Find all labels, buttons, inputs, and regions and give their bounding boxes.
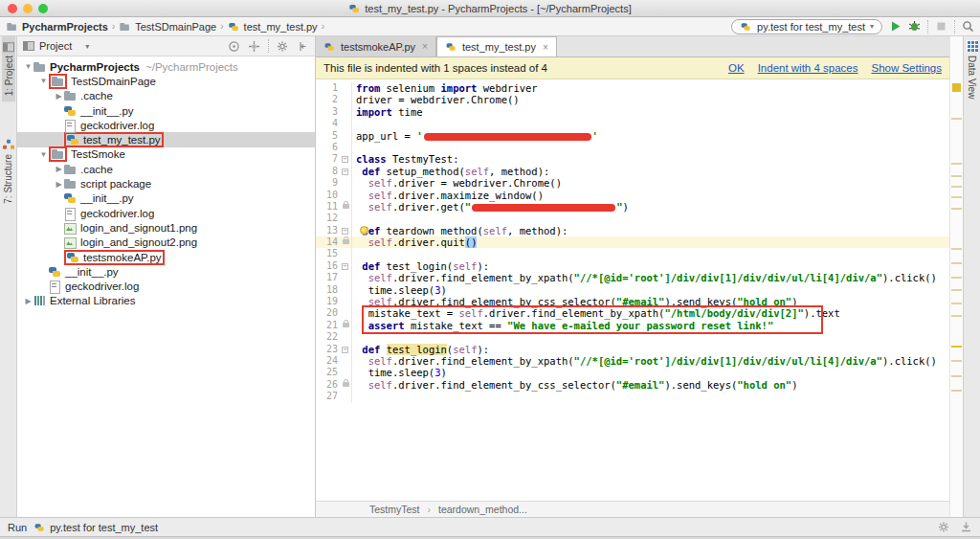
expand-arrow-icon[interactable]: ▶ [54, 165, 64, 173]
banner-action-show-settings[interactable]: Show Settings [871, 62, 942, 74]
code-fold-icon[interactable]: − [342, 347, 348, 353]
run-tool-window-header[interactable]: Run py.test for test_my_test [0, 517, 980, 536]
banner-action-indent-with-4-spaces[interactable]: Indent with 4 spaces [758, 62, 858, 74]
expand-arrow-icon[interactable]: ▶ [54, 180, 64, 189]
tree-item--cache[interactable]: ▶.cache [17, 89, 315, 103]
code-line-15[interactable]: 15 [316, 248, 949, 259]
search-everywhere-button[interactable] [962, 20, 974, 33]
tree-item-pycharmprojects[interactable]: ▼PycharmProjects~/PycharmProjects [17, 59, 315, 74]
close-tab-icon[interactable]: × [543, 42, 548, 53]
editor-tab-test-my-test-py[interactable]: test_my_test.py× [436, 36, 557, 56]
code-fold-icon[interactable]: − [342, 228, 348, 235]
code-line-25[interactable]: 25 time.sleep(3) [316, 367, 949, 378]
code-fold-icon[interactable]: − [342, 263, 348, 270]
settings-gear-icon[interactable] [938, 521, 950, 533]
tree-item-geckodriver-log[interactable]: geckodriver.log [17, 118, 315, 132]
breadcrumb-item[interactable]: test_my_test.py [228, 21, 318, 33]
error-stripe[interactable] [949, 36, 963, 517]
tree-item---init---py[interactable]: __init__.py [17, 191, 315, 206]
editor-breadcrumb-item[interactable]: teardown_method... [438, 504, 527, 515]
code-line-16[interactable]: 16− def test_login(self): [316, 260, 949, 272]
run-button[interactable] [889, 20, 902, 33]
code-line-24[interactable]: 24 self.driver.find_element_by_xpath("//… [316, 355, 949, 367]
code-line-1[interactable]: 1from selenium import webdriver [316, 82, 949, 94]
code-line-11[interactable]: 11 self.driver.get("") [316, 201, 949, 213]
warning-tick-marker[interactable] [951, 289, 962, 291]
warning-tick-marker[interactable] [951, 375, 962, 377]
tool-tab-data-view[interactable]: Data View [966, 52, 978, 102]
expand-arrow-icon[interactable]: ▶ [54, 92, 64, 101]
tree-item-external-libraries[interactable]: ▶External Libraries [17, 294, 315, 308]
close-tab-icon[interactable]: × [422, 41, 428, 52]
code-line-2[interactable]: 2driver = webdriver.Chrome() [316, 94, 949, 105]
chevron-down-icon[interactable]: ▾ [85, 42, 89, 51]
warning-tick-marker[interactable] [951, 303, 962, 304]
tool-tab-project[interactable]: 1: Project [2, 36, 15, 101]
hide-panel-icon[interactable] [297, 40, 309, 53]
tree-item-geckodriver-log[interactable]: geckodriver.log [17, 279, 315, 293]
tree-item-testsmoke[interactable]: ▼TestSmoke [17, 147, 315, 162]
code-line-13[interactable]: 13− def teardown_method(self, method): [316, 225, 949, 236]
breadcrumb-item[interactable]: TestSDmainPage [119, 21, 216, 33]
expand-arrow-icon[interactable]: ▼ [38, 77, 49, 85]
tree-item-testsdmainpage[interactable]: ▼TestSDmainPage [17, 74, 315, 88]
settings-gear-icon[interactable] [277, 40, 289, 53]
editor-breadcrumb-item[interactable]: TestmyTest [369, 504, 420, 515]
tree-item-test-my-test-py[interactable]: test_my_test.py [17, 132, 315, 146]
code-line-4[interactable]: 4 [316, 118, 949, 129]
breadcrumb-item[interactable]: PycharmProjects [6, 21, 108, 33]
code-fold-icon[interactable]: − [342, 156, 348, 163]
tool-tab-structure[interactable]: 7: Structure [2, 134, 14, 210]
warning-tick-marker[interactable] [951, 360, 962, 362]
dock-icon[interactable] [960, 521, 972, 533]
code-line-18[interactable]: 18 time.sleep(3) [316, 284, 949, 296]
tree-item-login-and-signout1-png[interactable]: login_and_signout1.png [17, 220, 315, 235]
code-line-26[interactable]: 26 self.driver.find_element_by_css_selec… [316, 379, 949, 391]
tree-item---init---py[interactable]: __init__.py [17, 103, 315, 118]
tree-item-geckodriver-log[interactable]: geckodriver.log [17, 206, 315, 220]
debug-button[interactable] [908, 20, 921, 33]
tree-item---init---py[interactable]: __init__.py [17, 264, 315, 279]
warning-tick-marker[interactable] [951, 163, 962, 165]
warning-tick-marker[interactable] [951, 390, 962, 392]
code-line-6[interactable]: 6 [316, 142, 949, 153]
warning-tick-marker[interactable] [951, 118, 962, 120]
warning-tick-marker[interactable] [951, 175, 962, 177]
code-line-27[interactable]: 27 [316, 391, 949, 402]
tree-item-testsmokeap-py[interactable]: testsmokeAP.py [17, 250, 315, 264]
code-editor[interactable]: 1from selenium import webdriver2driver =… [316, 79, 949, 501]
code-line-17[interactable]: 17 self.driver.find_element_by_xpath("//… [316, 272, 949, 283]
code-line-3[interactable]: 3import time [316, 106, 949, 118]
code-line-10[interactable]: 10 self.driver.maximize_window() [316, 190, 949, 201]
warning-tick-marker[interactable] [951, 262, 962, 264]
data-grid-icon[interactable] [967, 40, 978, 52]
tree-item--cache[interactable]: ▶.cache [17, 162, 315, 176]
expand-arrow-icon[interactable]: ▼ [23, 62, 33, 71]
code-line-7[interactable]: 7−class TestmyTest: [316, 153, 949, 165]
code-fold-icon[interactable]: − [342, 168, 348, 175]
banner-action-ok[interactable]: OK [728, 62, 745, 74]
code-line-8[interactable]: 8− def setup_method(self, method): [316, 166, 949, 177]
warning-tick-marker[interactable] [951, 346, 962, 348]
run-configuration-select[interactable]: py.test for test_my_test ▾ [731, 19, 882, 34]
code-line-9[interactable]: 9 self.driver = webdriver.Chrome() [316, 177, 949, 189]
expand-arrow-icon[interactable]: ▼ [38, 150, 49, 159]
code-line-12[interactable]: 12 [316, 213, 949, 224]
warning-tick-marker[interactable] [951, 277, 962, 279]
intention-bulb-icon[interactable] [360, 226, 368, 235]
code-line-14[interactable]: 14 self.driver.quit() [316, 236, 949, 248]
collapse-all-icon[interactable] [248, 40, 260, 53]
editor-tab-testsmokeap-py[interactable]: testsmokeAP.py× [316, 36, 436, 56]
warning-tick-marker[interactable] [951, 196, 962, 198]
tree-item-login-and-signout2-png[interactable]: login_and_signout2.png [17, 236, 315, 250]
warning-tick-marker[interactable] [951, 248, 962, 250]
file-warning-marker[interactable] [952, 83, 961, 92]
tree-item-script-package[interactable]: ▶script package [17, 176, 315, 191]
locate-icon[interactable] [228, 40, 240, 53]
code-line-23[interactable]: 23− def test_login(self): [316, 344, 949, 355]
code-line-5[interactable]: 5app_url = '' [316, 130, 949, 142]
warning-tick-marker[interactable] [951, 186, 962, 188]
warning-tick-marker[interactable] [951, 208, 962, 210]
expand-arrow-icon[interactable]: ▶ [23, 297, 33, 305]
warning-tick-marker[interactable] [951, 315, 962, 317]
